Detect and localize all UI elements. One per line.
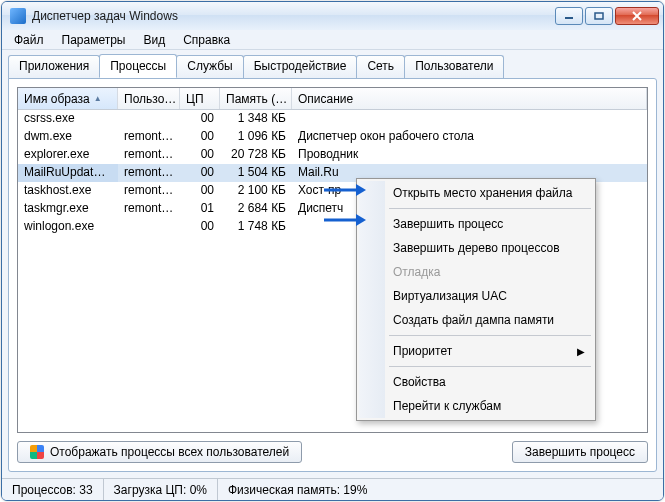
- table-cell: MailRuUpdate…: [18, 164, 118, 182]
- tabstrip: Приложения Процессы Службы Быстродействи…: [2, 50, 663, 78]
- ctx-debug: Отладка: [359, 260, 593, 284]
- menu-options[interactable]: Параметры: [54, 31, 134, 49]
- ctx-separator: [389, 208, 591, 209]
- ctx-priority-label: Приоритет: [393, 344, 452, 358]
- tab-processes[interactable]: Процессы: [99, 54, 177, 78]
- list-header: Имя образа ▲ Пользо… ЦП Память (… Описан…: [18, 88, 647, 110]
- table-cell: remont…: [118, 182, 180, 200]
- table-cell: 00: [180, 128, 220, 146]
- table-cell: Проводник: [292, 146, 647, 164]
- show-all-users-button[interactable]: Отображать процессы всех пользователей: [17, 441, 302, 463]
- table-cell: 00: [180, 182, 220, 200]
- maximize-button[interactable]: [585, 7, 613, 25]
- statusbar: Процессов: 33 Загрузка ЦП: 0% Физическая…: [2, 478, 663, 500]
- end-process-button[interactable]: Завершить процесс: [512, 441, 648, 463]
- table-row[interactable]: csrss.exe001 348 КБ: [18, 110, 647, 128]
- svg-rect-0: [565, 17, 573, 19]
- table-cell: 2 684 КБ: [220, 200, 292, 218]
- menu-view[interactable]: Вид: [135, 31, 173, 49]
- col-cpu[interactable]: ЦП: [180, 88, 220, 109]
- col-image[interactable]: Имя образа ▲: [18, 88, 118, 109]
- table-cell: 20 728 КБ: [220, 146, 292, 164]
- col-memory[interactable]: Память (…: [220, 88, 292, 109]
- table-row[interactable]: dwm.exeremont…001 096 КБДиспетчер окон р…: [18, 128, 647, 146]
- table-cell: 1 504 КБ: [220, 164, 292, 182]
- col-user[interactable]: Пользо…: [118, 88, 180, 109]
- table-cell: 00: [180, 218, 220, 236]
- table-cell: csrss.exe: [18, 110, 118, 128]
- tab-network[interactable]: Сеть: [356, 55, 405, 79]
- table-cell: 00: [180, 110, 220, 128]
- table-cell: remont…: [118, 128, 180, 146]
- table-cell: [118, 218, 180, 236]
- table-cell: taskmgr.exe: [18, 200, 118, 218]
- col-image-label: Имя образа: [24, 92, 90, 106]
- tab-performance[interactable]: Быстродействие: [243, 55, 358, 79]
- app-icon: [10, 8, 26, 24]
- ctx-end-process[interactable]: Завершить процесс: [359, 212, 593, 236]
- svg-rect-1: [595, 13, 603, 19]
- table-cell: remont…: [118, 164, 180, 182]
- end-process-label: Завершить процесс: [525, 445, 635, 459]
- ctx-open-location[interactable]: Открыть место хранения файла: [359, 181, 593, 205]
- show-all-users-label: Отображать процессы всех пользователей: [50, 445, 289, 459]
- sort-asc-icon: ▲: [94, 94, 102, 103]
- table-cell: 00: [180, 146, 220, 164]
- menu-help[interactable]: Справка: [175, 31, 238, 49]
- status-processes: Процессов: 33: [2, 479, 104, 500]
- ctx-properties[interactable]: Свойства: [359, 370, 593, 394]
- table-cell: 1 096 КБ: [220, 128, 292, 146]
- uac-shield-icon: [30, 445, 44, 459]
- table-row[interactable]: explorer.exeremont…0020 728 КБПроводник: [18, 146, 647, 164]
- table-cell: [292, 110, 647, 128]
- table-cell: winlogon.exe: [18, 218, 118, 236]
- minimize-button[interactable]: [555, 7, 583, 25]
- ctx-separator: [389, 335, 591, 336]
- table-cell: remont…: [118, 200, 180, 218]
- table-cell: [118, 110, 180, 128]
- ctx-separator: [389, 366, 591, 367]
- menubar: Файл Параметры Вид Справка: [2, 30, 663, 50]
- status-cpu: Загрузка ЦП: 0%: [104, 479, 218, 500]
- table-cell: explorer.exe: [18, 146, 118, 164]
- table-cell: 1 348 КБ: [220, 110, 292, 128]
- tab-applications[interactable]: Приложения: [8, 55, 100, 79]
- col-description[interactable]: Описание: [292, 88, 647, 109]
- table-cell: 01: [180, 200, 220, 218]
- status-memory: Физическая память: 19%: [218, 479, 663, 500]
- table-cell: 1 748 КБ: [220, 218, 292, 236]
- table-cell: taskhost.exe: [18, 182, 118, 200]
- table-cell: remont…: [118, 146, 180, 164]
- table-cell: 00: [180, 164, 220, 182]
- table-cell: dwm.exe: [18, 128, 118, 146]
- ctx-uac[interactable]: Виртуализация UAC: [359, 284, 593, 308]
- ctx-services[interactable]: Перейти к службам: [359, 394, 593, 418]
- table-cell: 2 100 КБ: [220, 182, 292, 200]
- menu-file[interactable]: Файл: [6, 31, 52, 49]
- tab-services[interactable]: Службы: [176, 55, 243, 79]
- table-cell: Диспетчер окон рабочего стола: [292, 128, 647, 146]
- window-title: Диспетчер задач Windows: [32, 9, 555, 23]
- submenu-arrow-icon: ▶: [577, 346, 585, 357]
- ctx-dump[interactable]: Создать файл дампа памяти: [359, 308, 593, 332]
- tab-users[interactable]: Пользователи: [404, 55, 504, 79]
- ctx-priority[interactable]: Приоритет ▶: [359, 339, 593, 363]
- context-menu: Открыть место хранения файла Завершить п…: [356, 178, 596, 421]
- close-button[interactable]: [615, 7, 659, 25]
- ctx-end-tree[interactable]: Завершить дерево процессов: [359, 236, 593, 260]
- titlebar[interactable]: Диспетчер задач Windows: [2, 2, 663, 30]
